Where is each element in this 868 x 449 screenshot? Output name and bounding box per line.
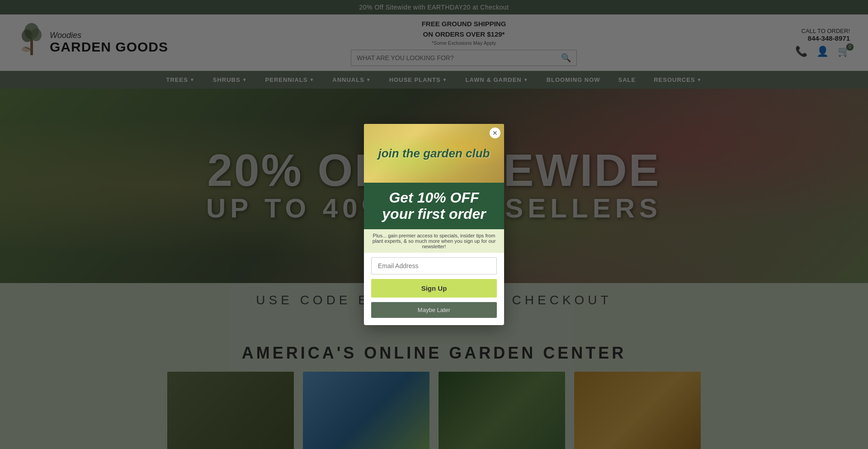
modal-signup-button[interactable]: Sign Up <box>371 279 497 298</box>
modal-body: Get 10% OFF your first order <box>364 183 504 229</box>
modal-header-image: join the garden club <box>364 124 504 183</box>
modal-header-text: join the garden club <box>378 147 490 161</box>
modal-offer-text: Get 10% OFF your first order <box>373 190 495 222</box>
garden-club-modal: join the garden club ✕ Get 10% OFF your … <box>364 124 504 325</box>
modal-overlay[interactable]: join the garden club ✕ Get 10% OFF your … <box>0 0 868 449</box>
modal-maybe-later-button[interactable]: Maybe Later <box>371 302 497 318</box>
modal-email-input[interactable] <box>371 257 497 274</box>
modal-sub-text: Plus... gain premier access to specials,… <box>364 229 504 253</box>
